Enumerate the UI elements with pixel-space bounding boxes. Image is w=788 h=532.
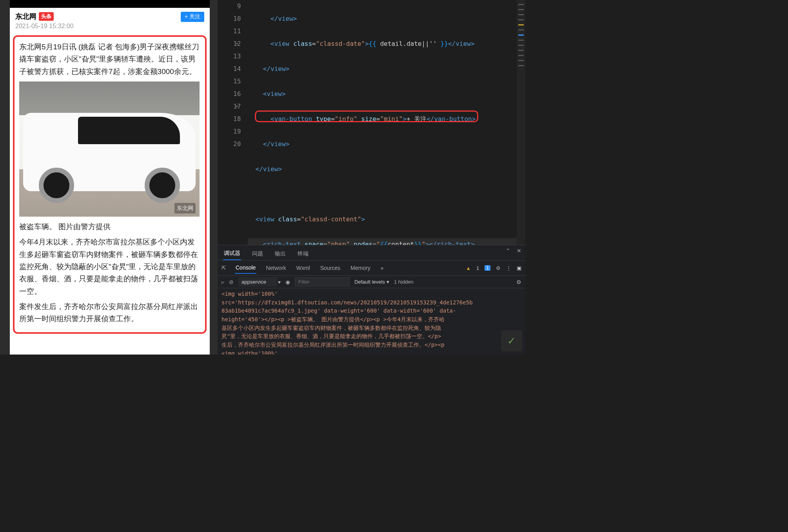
line-number: 20 [233,138,241,150]
console-line: 旯"里，无论是车里放的衣服、香烟、酒，只要是能拿走的物件，几乎都被扫荡一空。</… [222,332,521,341]
gear-icon[interactable]: ⚙ [496,265,501,271]
tab-network[interactable]: Network [265,262,287,273]
article-paragraph: 被盗车辆。 图片由警方提供 [19,221,200,233]
console-line: height='450'></p><p >被盗车辆。 图片由警方提供</p><p… [222,315,521,324]
status-check-icon: ✓ [501,330,522,351]
fold-icon[interactable]: ⌄ [236,100,238,110]
console-line: <img width='100%' [222,290,521,299]
tab-debugger[interactable]: 调试器 [223,248,241,260]
clear-console-icon[interactable]: ⊘ [229,279,234,285]
tab-terminal[interactable]: 终端 [297,248,309,260]
line-number: 16 [233,88,241,100]
eye-icon[interactable]: ◉ [285,279,290,285]
article-paragraph: 案件发生后，齐齐哈尔市公安局富拉尔基分局红岸派出所第一时间组织警力开展侦查工作。 [19,300,200,325]
warning-count: 1 [476,265,479,271]
line-number: 9 [233,0,241,13]
console-line: 83ab1be4891c7ac964afc9_1.jpeg' data-weig… [222,307,521,315]
tab-more[interactable]: » [380,262,385,273]
console-line: src='https://dfzximg01.dftoutiao.com/new… [222,299,521,307]
inspect-icon[interactable]: ⇱ [222,265,226,271]
phone-statusbar [10,0,210,6]
console-toggle-icon[interactable]: ▹ [222,279,224,285]
line-number: 19 [233,125,241,138]
gear-icon[interactable]: ⚙ [516,279,521,285]
line-gutter: 9 10 11 ⌄12 13 14 15 16 ⌄17 18 19 20 [218,0,248,245]
warning-icon: ▲ [466,265,471,271]
more-icon[interactable]: ⋮ [506,265,511,271]
line-number: ⌄12 [233,38,241,50]
tab-memory[interactable]: Memory [350,262,371,273]
line-number: ⌄17 [233,100,241,113]
console-toolbar: ▹ ⊘ appservice ▾ ◉ Default levels ▾ 1 hi… [218,276,525,288]
image-watermark: 东北网 [174,203,196,214]
console-line: <img width='100%' [222,349,521,355]
minimap[interactable] [517,0,525,245]
info-count: 1 [485,265,490,271]
line-number: 15 [233,75,241,88]
article-paragraph: 东北网5月19日讯 (姚磊 记者 包海多)男子深夜携螺丝刀撬车窗盗窃，小区"旮旯… [19,41,200,78]
article-image: 东北网 [19,81,200,217]
simulator-panel: 东北网 头条 2021-05-19 15:32:00 + 关注 东北网5月19日… [0,0,218,355]
dock-icon[interactable]: ▣ [517,265,521,271]
chevron-down-icon: ▾ [387,279,389,285]
devtools-panel: 调试器 问题 输出 终端 ⌃ ✕ ⇱ Console Network Wxml … [218,245,525,355]
console-output[interactable]: <img width='100%' src='https://dfzximg01… [218,288,525,355]
tab-problems[interactable]: 问题 [251,248,264,260]
tab-wxml[interactable]: Wxml [296,262,311,273]
chevron-down-icon: ▾ [278,279,281,285]
context-select[interactable]: appservice [238,277,277,286]
tab-console[interactable]: Console [235,262,256,274]
devtools-tabs: ⇱ Console Network Wxml Sources Memory » … [218,261,525,276]
line-number: 11 [233,25,241,38]
article-header: 东北网 头条 2021-05-19 15:32:00 + 关注 [10,8,210,32]
headline-badge: 头条 [39,12,54,21]
line-number: 10 [233,13,241,25]
panel-tabs: 调试器 问题 输出 终端 ⌃ ✕ [218,245,525,261]
code-editor[interactable]: 9 10 11 ⌄12 13 14 15 16 ⌄17 18 19 20 </v… [218,0,525,245]
chevron-up-icon[interactable]: ⌃ [506,248,510,254]
tab-sources[interactable]: Sources [320,262,341,273]
fold-icon[interactable]: ⌄ [236,38,238,47]
code-content[interactable]: </view> <view class="classd-date">{{ det… [248,0,525,245]
console-line: 基区多个小区内发生多起砸车窗盗窃车内财物案件，被砸车辆多数都停在监控死角、较为隐 [222,324,521,333]
article-timestamp: 2021-05-19 15:32:00 [15,23,74,30]
phone-frame: 东北网 头条 2021-05-19 15:32:00 + 关注 东北网5月19日… [10,0,210,355]
article-paragraph: 今年4月末以来，齐齐哈尔市富拉尔基区多个小区内发生多起砸车窗盗窃车内财物案件，被… [19,236,200,297]
line-number: 13 [233,50,241,63]
close-icon[interactable]: ✕ [517,248,521,254]
hidden-count: 1 hidden [394,279,414,285]
line-number: 18 [233,113,241,125]
source-name: 东北网 [15,12,36,21]
editor-panel: 9 10 11 ⌄12 13 14 15 16 ⌄17 18 19 20 </v… [218,0,525,355]
filter-input[interactable] [295,277,350,286]
console-line: 生后，齐齐哈尔市公安局富拉尔基分局红岸派出所第一时间组织警力开展侦查工作。</p… [222,341,521,349]
article-body: 东北网5月19日讯 (姚磊 记者 包海多)男子深夜携螺丝刀撬车窗盗窃，小区"旮旯… [13,35,207,334]
tab-output[interactable]: 输出 [274,248,287,260]
line-number: 14 [233,63,241,75]
levels-select[interactable]: Default levels ▾ [354,279,389,285]
follow-button[interactable]: + 关注 [181,12,204,22]
